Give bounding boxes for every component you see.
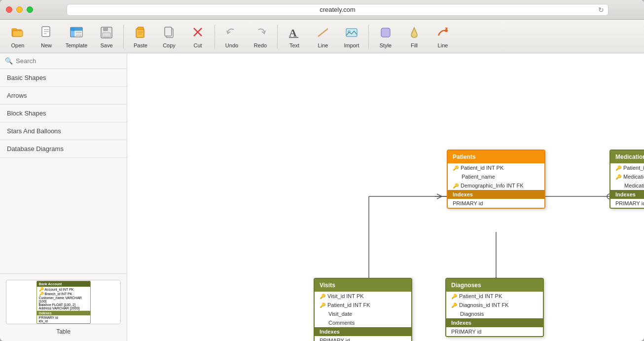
new-button[interactable]: New — [33, 22, 60, 51]
copy-icon — [161, 25, 177, 40]
undo-button[interactable]: Undo — [218, 22, 246, 51]
text-button[interactable]: A Text — [281, 22, 308, 51]
style-icon — [378, 25, 394, 40]
table-row: Visit_date — [315, 309, 411, 318]
save-button[interactable]: Save — [93, 22, 120, 51]
svg-rect-14 — [103, 33, 110, 37]
new-label: New — [41, 42, 52, 48]
patients-indexes-header: Indexes — [448, 190, 544, 199]
divider-4 — [368, 25, 369, 48]
template-icon — [69, 25, 84, 40]
diagnoses-table[interactable]: Diagnoses 🔑 Patient_id INT PK 🔑 Diagnosi… — [445, 278, 544, 337]
table-row: Comments — [315, 318, 411, 327]
redo-icon — [252, 25, 268, 40]
line-button[interactable]: Line — [309, 22, 337, 51]
close-button[interactable] — [6, 6, 12, 13]
medication-table[interactable]: Medication 🔑 Patient_id INT PK 🔑 Medicat… — [609, 150, 644, 209]
draw-line-icon — [435, 25, 451, 40]
sidebar-item-arrows[interactable]: Arrows — [0, 87, 127, 105]
svg-line-26 — [318, 29, 328, 37]
visits-header: Visits — [315, 279, 411, 292]
toolbar: Open New — [0, 20, 644, 53]
undo-icon — [224, 25, 240, 40]
svg-rect-17 — [138, 27, 143, 30]
key-icon: 🔑 — [451, 303, 457, 308]
url-bar[interactable]: creately.com ↻ — [67, 4, 608, 16]
shape-preview: Bank Account 🔑Account_id INT PK 🔑Branch_… — [0, 273, 127, 341]
copy-button[interactable]: Copy — [155, 22, 183, 51]
diagnoses-header: Diagnoses — [446, 279, 543, 292]
database-diagrams-label: Database Diagrams — [7, 145, 64, 152]
table-row: Medication_name — [610, 181, 644, 190]
key-icon: 🔑 — [453, 165, 459, 171]
sidebar-item-database-diagrams[interactable]: Database Diagrams — [0, 140, 127, 158]
svg-rect-11 — [75, 34, 81, 36]
divider-2 — [215, 25, 215, 48]
svg-rect-9 — [71, 27, 75, 37]
draw-line-label: Line — [438, 42, 448, 48]
text-label: Text — [289, 42, 299, 48]
sidebar-item-basic-shapes[interactable]: Basic Shapes — [0, 69, 127, 87]
table-row: Diagnosis — [446, 309, 543, 318]
shape-thumbnail[interactable]: Bank Account 🔑Account_id INT PK 🔑Branch_… — [6, 280, 121, 324]
redo-label: Redo — [254, 42, 267, 48]
paste-icon — [133, 25, 148, 40]
paste-label: Paste — [134, 42, 147, 48]
table-row: 🔑 Demographic_Info INT FK — [448, 181, 544, 190]
save-icon — [99, 25, 114, 40]
line-icon — [315, 25, 331, 40]
open-button[interactable]: Open — [4, 22, 32, 51]
patients-header: Patients — [448, 151, 544, 163]
canvas[interactable]: Patients 🔑 Patient_id INT PK Patient_nam… — [127, 53, 644, 341]
divider-1 — [123, 25, 124, 48]
table-row: 🔑 Medication_id INT FK — [610, 172, 644, 181]
import-button[interactable]: Import — [338, 22, 365, 51]
maximize-button[interactable] — [27, 6, 33, 13]
style-button[interactable]: Style — [372, 22, 399, 51]
visits-table[interactable]: Visits 🔑 Visit_id INT PK 🔑 Patient_id IN… — [314, 278, 412, 341]
sidebar-item-stars-and-balloons[interactable]: Stars And Balloons — [0, 122, 127, 140]
svg-line-41 — [437, 194, 442, 196]
redo-button[interactable]: Redo — [247, 22, 274, 51]
table-row: PRIMARY id — [610, 199, 644, 208]
table-row: 🔑 Patient_id INT PK — [610, 163, 644, 172]
svg-rect-1 — [12, 29, 17, 31]
fill-icon — [406, 25, 422, 40]
undo-label: Undo — [225, 42, 238, 48]
table-row: PRIMARY id — [315, 336, 411, 341]
sidebar-item-block-shapes[interactable]: Block Shapes — [0, 105, 127, 122]
sidebar: 🔍 Basic Shapes Arrows Block Shapes Stars… — [0, 53, 127, 341]
titlebar: creately.com ↻ — [0, 0, 644, 20]
patients-table[interactable]: Patients 🔑 Patient_id INT PK Patient_nam… — [447, 150, 545, 209]
table-row: PRIMARY id — [446, 327, 543, 336]
fill-button[interactable]: Fill — [400, 22, 428, 51]
search-icon: 🔍 — [5, 57, 13, 65]
search-box: 🔍 — [0, 53, 127, 69]
arrows-label: Arrows — [7, 92, 27, 99]
medication-indexes-header: Indexes — [610, 190, 644, 199]
visits-indexes-header: Indexes — [315, 327, 411, 336]
divider-3 — [277, 25, 278, 48]
key-icon: 🔑 — [453, 183, 459, 189]
table-row: Patient_name — [448, 172, 544, 181]
svg-rect-29 — [381, 28, 390, 37]
patients-body: 🔑 Patient_id INT PK Patient_name 🔑 Demog… — [448, 163, 544, 208]
block-shapes-label: Block Shapes — [7, 110, 46, 117]
table-row: 🔑 Patient_id INT FK — [315, 301, 411, 309]
search-input[interactable] — [16, 57, 122, 65]
basic-shapes-label: Basic Shapes — [7, 74, 46, 81]
table-row: 🔑 Patient_id INT PK — [448, 163, 544, 172]
cut-button[interactable]: Cut — [184, 22, 212, 51]
table-row: 🔑 Visit_id INT PK — [315, 292, 411, 301]
minimize-button[interactable] — [16, 6, 23, 13]
paste-button[interactable]: Paste — [127, 22, 154, 51]
diagnoses-indexes-header: Indexes — [446, 318, 543, 327]
template-button[interactable]: Template — [61, 22, 92, 51]
refresh-icon[interactable]: ↻ — [598, 6, 604, 14]
key-icon: 🔑 — [451, 294, 457, 299]
table-row: 🔑 Diagnosis_id INT FK — [446, 301, 543, 309]
draw-line-button[interactable]: Line — [429, 22, 457, 51]
template-label: Template — [66, 42, 88, 48]
svg-line-42 — [437, 196, 442, 199]
line-label: Line — [318, 42, 328, 48]
